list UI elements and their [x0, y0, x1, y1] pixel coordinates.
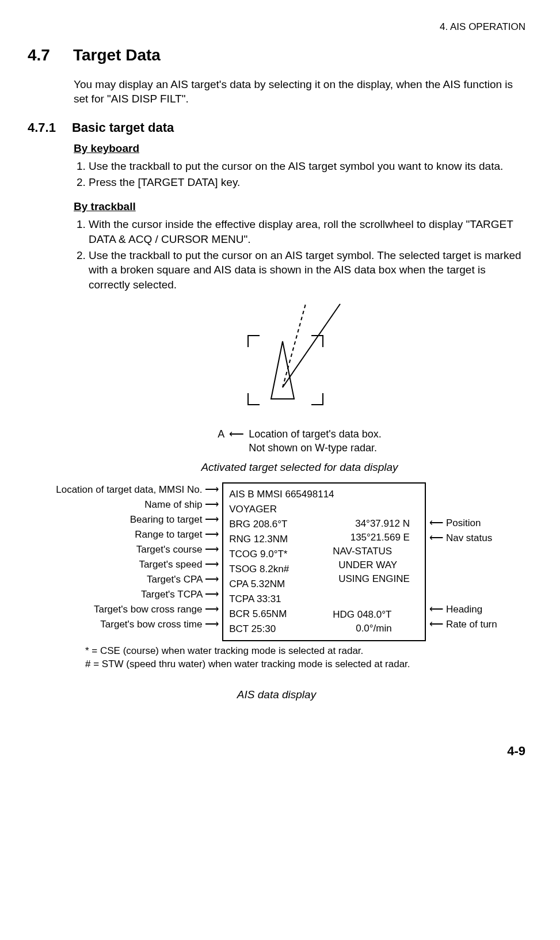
callout-left: Target's speed — [56, 557, 219, 572]
callout-left: Target's CPA — [56, 572, 219, 587]
data-ais-mmsi: AIS B MMSI 665498114 — [229, 487, 419, 502]
figure-caption-line1: Location of target's data box. — [249, 428, 382, 440]
callout-left: Name of ship — [56, 497, 219, 512]
list-item: Use the trackball to put the cursor on a… — [89, 248, 525, 292]
figure1-title: Activated target selected for data displ… — [74, 460, 525, 475]
data-tcpa: TCPA 33:31 — [229, 592, 419, 607]
data-lat: 34°37.912 N — [333, 517, 410, 531]
data-navstatus-1: UNDER WAY — [333, 558, 410, 572]
data-right-top: 34°37.912 N 135°21.569 E NAV-STATUS UNDE… — [333, 517, 410, 586]
subsection-title: Basic target data — [72, 119, 174, 136]
figure-caption-line2: Not shown on W-type radar. — [249, 442, 377, 454]
callout-left: Target's course — [56, 542, 219, 557]
by-trackball-steps: With the cursor inside the effective dis… — [74, 217, 525, 292]
data-hdg: HDG 048.0°T — [333, 608, 392, 622]
callout-left: Location of target data, MMSI No. — [56, 482, 219, 497]
list-item: Use the trackball to put the cursor on t… — [89, 159, 525, 174]
running-header: 4. AIS OPERATION — [28, 21, 525, 34]
data-right-bottom: HDG 048.0°T 0.0°/min — [333, 608, 392, 635]
callout-navstatus: Nav status — [429, 531, 497, 546]
section-intro: You may display an AIS target's data by … — [74, 77, 525, 106]
section-heading: 4.7 Target Data — [28, 44, 525, 66]
callout-rot: Rate of turn — [429, 617, 497, 632]
data-ship-name: VOYAGER — [229, 502, 419, 517]
by-trackball-heading: By trackball — [74, 199, 525, 214]
callout-left: Range to target — [56, 527, 219, 542]
callout-left: Bearing to target — [56, 512, 219, 527]
svg-line-0 — [283, 304, 340, 387]
by-keyboard-heading: By keyboard — [74, 141, 525, 156]
arrow-left-icon: ⟵ — [229, 427, 244, 441]
callout-heading: Heading — [429, 602, 497, 617]
callout-left: Target's bow cross range — [56, 602, 219, 617]
subsection-number: 4.7.1 — [28, 119, 56, 136]
section-title: Target Data — [73, 44, 161, 66]
figure2-title: AIS data display — [28, 687, 525, 702]
callout-position: Position — [429, 516, 497, 531]
svg-marker-2 — [271, 341, 294, 399]
section-number: 4.7 — [28, 44, 50, 66]
data-rot: 0.0°/min — [333, 622, 392, 635]
data-navstatus-label: NAV-STATUS — [333, 545, 410, 558]
page-number: 4-9 — [28, 743, 525, 760]
ais-data-box: AIS B MMSI 665498114 VOYAGER BRG 208.6°T… — [222, 482, 426, 641]
list-item: With the cursor inside the effective dis… — [89, 217, 525, 246]
callouts-right: Position Nav status Heading Rate of turn — [429, 482, 497, 632]
data-lon: 135°21.569 E — [333, 531, 410, 545]
figure-marker-a: A — [218, 427, 224, 441]
data-navstatus-2: USING ENGINE — [333, 572, 410, 586]
callout-left: Target's bow cross time — [56, 617, 219, 632]
callouts-left: Location of target data, MMSI No. Name o… — [56, 482, 219, 632]
footnote-stw: # = STW (speed thru water) when water tr… — [85, 658, 525, 671]
subsection-heading: 4.7.1 Basic target data — [28, 119, 525, 136]
figure-ais-data-display: Location of target data, MMSI No. Name o… — [28, 482, 525, 641]
svg-line-1 — [283, 304, 306, 387]
figure-activated-target: A ⟵ Location of target's data box. Not s… — [74, 301, 525, 455]
figure-footnotes: * = CSE (course) when water tracking mod… — [85, 645, 525, 671]
footnote-cse: * = CSE (course) when water tracking mod… — [85, 645, 525, 658]
callout-left: Target's TCPA — [56, 587, 219, 602]
by-keyboard-steps: Use the trackball to put the cursor on t… — [74, 159, 525, 189]
list-item: Press the [TARGET DATA] key. — [89, 175, 525, 190]
